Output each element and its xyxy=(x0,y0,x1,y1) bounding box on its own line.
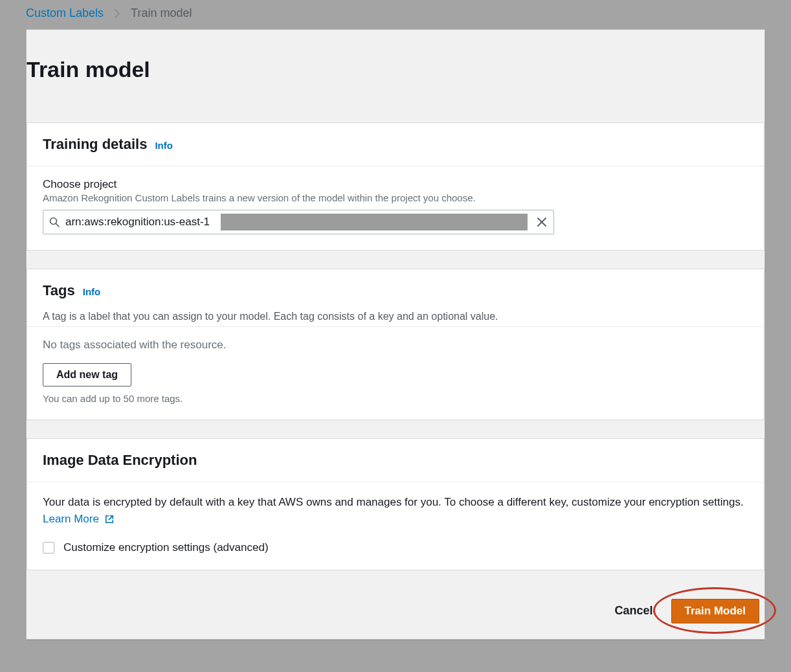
encryption-panel: Image Data Encryption Your data is encry… xyxy=(27,438,764,570)
tags-title: Tags xyxy=(43,282,75,299)
training-details-panel: Training details Info Choose project Ama… xyxy=(27,122,764,251)
learn-more-link[interactable]: Learn More xyxy=(43,513,114,525)
tags-panel: Tags Info A tag is a label that you can … xyxy=(27,269,764,420)
svg-line-4 xyxy=(109,516,113,520)
tags-desc: A tag is a label that you can assign to … xyxy=(43,311,748,322)
close-icon xyxy=(537,218,546,227)
cancel-button[interactable]: Cancel xyxy=(608,599,660,623)
chevron-right-icon xyxy=(114,9,120,18)
project-select[interactable] xyxy=(43,210,554,234)
encryption-title: Image Data Encryption xyxy=(43,452,197,469)
redacted-region xyxy=(221,214,528,230)
tags-limit-text: You can add up to 50 more tags. xyxy=(43,393,748,404)
breadcrumb-current: Train model xyxy=(131,6,192,20)
encryption-text: Your data is encrypted by default with a… xyxy=(43,494,748,528)
tags-empty-message: No tags associated with the resource. xyxy=(43,339,748,352)
choose-project-label: Choose project xyxy=(43,178,748,191)
customize-encryption-checkbox[interactable] xyxy=(43,542,54,554)
add-new-tag-button[interactable]: Add new tag xyxy=(43,363,131,386)
breadcrumb: Custom Labels Train model xyxy=(0,0,791,29)
search-icon xyxy=(43,217,65,227)
choose-project-desc: Amazon Rekognition Custom Labels trains … xyxy=(43,192,748,203)
learn-more-label: Learn More xyxy=(43,513,99,525)
project-arn-input[interactable] xyxy=(65,210,221,234)
training-info-link[interactable]: Info xyxy=(155,140,173,151)
clear-project-button[interactable] xyxy=(530,210,553,234)
breadcrumb-root-link[interactable]: Custom Labels xyxy=(26,6,104,20)
svg-line-1 xyxy=(56,224,60,227)
form-footer: Cancel Train Model xyxy=(27,588,764,639)
tags-info-link[interactable]: Info xyxy=(83,286,101,297)
train-model-button[interactable]: Train Model xyxy=(671,599,759,623)
external-link-icon xyxy=(105,515,114,524)
training-details-title: Training details xyxy=(43,136,147,153)
encryption-text-body: Your data is encrypted by default with a… xyxy=(43,496,744,508)
page-title: Train model xyxy=(27,41,764,107)
customize-encryption-label[interactable]: Customize encryption settings (advanced) xyxy=(63,541,269,554)
page-container: Train model Training details Info Choose… xyxy=(26,29,765,640)
